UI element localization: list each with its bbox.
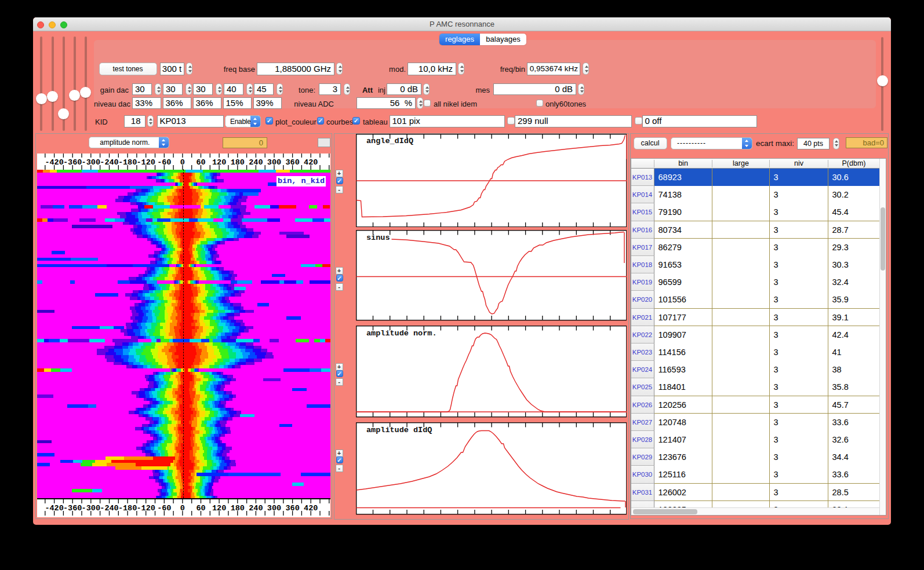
svg-text:180: 180: [231, 158, 245, 166]
svg-text:-240: -240: [100, 158, 118, 166]
svg-text:60: 60: [196, 504, 205, 513]
svg-text:-240: -240: [100, 504, 118, 513]
svg-text:-420: -420: [45, 504, 63, 513]
svg-text:300: 300: [267, 158, 281, 166]
svg-text:120: 120: [212, 504, 226, 513]
svg-text:0: 0: [180, 504, 185, 513]
svg-text:-360: -360: [63, 504, 82, 513]
svg-text:-180: -180: [118, 158, 137, 166]
svg-text:0: 0: [180, 158, 185, 166]
svg-text:-120: -120: [136, 158, 155, 166]
svg-text:-360: -360: [63, 158, 82, 166]
svg-text:-300: -300: [82, 504, 100, 513]
svg-text:-420: -420: [45, 158, 63, 166]
svg-text:420: 420: [304, 504, 318, 513]
svg-text:120: 120: [212, 158, 226, 166]
svg-text:240: 240: [249, 158, 263, 166]
svg-text:360: 360: [285, 158, 299, 166]
svg-text:360: 360: [285, 504, 299, 513]
svg-text:60: 60: [196, 158, 205, 166]
svg-text:-60: -60: [157, 158, 171, 166]
svg-text:-180: -180: [118, 504, 137, 513]
svg-text:-60: -60: [157, 504, 171, 513]
svg-text:-300: -300: [82, 158, 100, 166]
svg-text:420: 420: [304, 158, 318, 166]
svg-text:240: 240: [249, 504, 263, 513]
svg-text:300: 300: [267, 504, 281, 513]
svg-text:180: 180: [231, 504, 245, 513]
svg-text:-120: -120: [136, 504, 155, 513]
